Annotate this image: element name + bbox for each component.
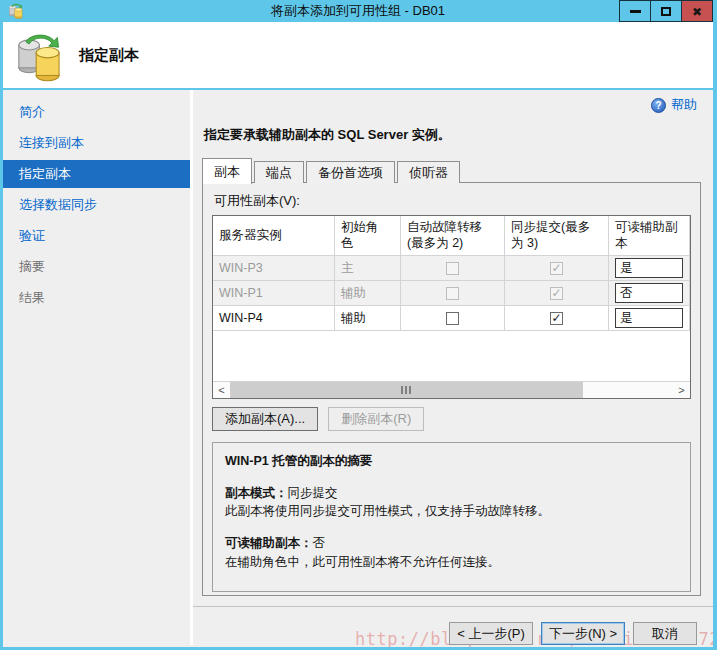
- tab-backup-preferences[interactable]: 备份首选项: [306, 161, 395, 183]
- auto-failover-checkbox[interactable]: [446, 312, 459, 325]
- table-row[interactable]: WIN-P3 主 是: [213, 256, 690, 281]
- minimize-icon: [630, 10, 641, 13]
- cell-initial-role: 辅助: [335, 281, 401, 306]
- readable-secondary-dropdown[interactable]: 是: [615, 258, 683, 278]
- grid-action-buttons: 添加副本(A)... 删除副本(R): [212, 407, 691, 431]
- sidebar-item-data-sync[interactable]: 选择数据同步: [3, 191, 190, 219]
- sidebar-item-summary: 摘要: [3, 253, 190, 281]
- footer-buttons: < 上一步(P) 下一步(N) > 取消: [202, 607, 701, 645]
- help-row: 帮助: [202, 96, 697, 114]
- column-header-auto-failover: 自动故障转移(最多为 2): [401, 216, 505, 256]
- add-replica-button[interactable]: 添加副本(A)...: [212, 407, 318, 431]
- wizard-header: 指定副本: [3, 22, 713, 90]
- sync-commit-checkbox: [550, 287, 563, 300]
- remove-replica-button: 删除副本(R): [328, 407, 424, 431]
- maximize-button[interactable]: [650, 0, 682, 22]
- cell-initial-role: 主: [335, 256, 401, 281]
- sidebar-item-specify-replicas[interactable]: 指定副本: [3, 160, 190, 188]
- scroll-left-icon[interactable]: <: [213, 382, 230, 398]
- tab-listener[interactable]: 侦听器: [397, 161, 460, 183]
- auto-failover-checkbox: [446, 287, 459, 300]
- sidebar-item-introduction[interactable]: 简介: [3, 98, 190, 126]
- wizard-footer: < 上一步(P) 下一步(N) > 取消: [202, 596, 701, 645]
- previous-button[interactable]: < 上一步(P): [449, 622, 533, 645]
- tab-bar: 副本 端点 备份首选项 侦听器: [202, 158, 701, 183]
- wizard-steps-sidebar: 简介 连接到副本 指定副本 选择数据同步 验证 摘要 结果: [3, 90, 193, 645]
- next-button[interactable]: 下一步(N) >: [541, 622, 625, 645]
- cell-server-instance: WIN-P3: [213, 256, 335, 281]
- content-area: 简介 连接到副本 指定副本 选择数据同步 验证 摘要 结果 帮助 指定要承载辅助…: [3, 90, 713, 645]
- window-controls: [620, 0, 713, 22]
- page-title: 指定副本: [79, 46, 139, 65]
- scrollbar-track[interactable]: [583, 382, 673, 398]
- wizard-window: 将副本添加到可用性组 - DB01 指定副本 简介 连接到副本 指定副本 选择数…: [0, 0, 717, 650]
- readable-secondary-value: 否: [313, 536, 326, 550]
- column-header-readable-secondary: 可读辅助副本: [609, 216, 690, 256]
- availability-replicas-label: 可用性副本(V):: [214, 192, 691, 210]
- column-header-sync-commit: 同步提交(最多为 3): [505, 216, 609, 256]
- tab-replicas[interactable]: 副本: [202, 158, 252, 184]
- help-link[interactable]: 帮助: [671, 96, 697, 114]
- window-title: 将副本添加到可用性组 - DB01: [3, 2, 713, 20]
- table-row[interactable]: WIN-P1 辅助 否: [213, 281, 690, 306]
- auto-failover-checkbox: [446, 262, 459, 275]
- cell-server-instance: WIN-P4: [213, 306, 335, 331]
- cell-sync-commit: [505, 256, 609, 281]
- scroll-right-icon[interactable]: >: [673, 382, 690, 398]
- replicas-grid: 服务器实例 初始角色 自动故障转移(最多为 2) 同步提交(最多为 3) 可读辅…: [212, 215, 691, 399]
- sync-commit-checkbox[interactable]: [550, 312, 563, 325]
- readable-secondary-label: 可读辅助副本：: [225, 536, 313, 550]
- grid-empty-area: [213, 331, 690, 381]
- maximize-icon: [661, 7, 671, 16]
- scrollbar-thumb[interactable]: [230, 382, 583, 398]
- minimize-button[interactable]: [619, 0, 651, 22]
- cell-auto-failover: [401, 306, 505, 331]
- cell-sync-commit: [505, 281, 609, 306]
- column-header-initial-role-text: 初始角色: [341, 220, 383, 251]
- cell-sync-commit: [505, 306, 609, 331]
- instruction-text: 指定要承载辅助副本的 SQL Server 实例。: [204, 126, 701, 144]
- readable-secondary-description: 在辅助角色中，此可用性副本将不允许任何连接。: [225, 553, 678, 571]
- readable-secondary-line: 可读辅助副本：否: [225, 534, 678, 552]
- sidebar-item-connect[interactable]: 连接到副本: [3, 129, 190, 157]
- replica-summary-box: WIN-P1 托管的副本的摘要 副本模式：同步提交 此副本将使用同步提交可用性模…: [212, 442, 691, 592]
- replica-mode-description: 此副本将使用同步提交可用性模式，仅支持手动故障转移。: [225, 502, 678, 520]
- column-header-initial-role: 初始角色: [335, 216, 401, 256]
- cell-readable-secondary: 否: [609, 281, 690, 306]
- cell-readable-secondary: 是: [609, 256, 690, 281]
- cell-initial-role: 辅助: [335, 306, 401, 331]
- summary-title: WIN-P1 托管的副本的摘要: [225, 452, 678, 470]
- help-icon: [651, 98, 666, 113]
- grid-header-row: 服务器实例 初始角色 自动故障转移(最多为 2) 同步提交(最多为 3) 可读辅…: [213, 216, 690, 256]
- readable-secondary-dropdown[interactable]: 是: [615, 308, 683, 328]
- cell-auto-failover: [401, 256, 505, 281]
- titlebar: 将副本添加到可用性组 - DB01: [3, 0, 713, 22]
- readable-secondary-dropdown[interactable]: 否: [615, 283, 683, 303]
- column-header-server-instance: 服务器实例: [213, 216, 335, 256]
- database-replica-icon: [15, 32, 65, 82]
- cell-auto-failover: [401, 281, 505, 306]
- table-row[interactable]: WIN-P4 辅助 是: [213, 306, 690, 331]
- replica-mode-label: 副本模式：: [225, 486, 288, 500]
- cell-readable-secondary: 是: [609, 306, 690, 331]
- cell-server-instance: WIN-P1: [213, 281, 335, 306]
- replicas-tab-panel: 可用性副本(V): 服务器实例 初始角色 自动故障转移(最多为 2) 同步提交(…: [202, 182, 701, 596]
- replica-mode-line: 副本模式：同步提交: [225, 484, 678, 502]
- cancel-button[interactable]: 取消: [633, 622, 697, 645]
- sync-commit-checkbox: [550, 262, 563, 275]
- sidebar-item-validation[interactable]: 验证: [3, 222, 190, 250]
- sidebar-item-results: 结果: [3, 284, 190, 312]
- close-icon: [692, 4, 702, 19]
- tab-endpoints[interactable]: 端点: [254, 161, 304, 183]
- close-button[interactable]: [681, 0, 713, 22]
- replica-mode-value: 同步提交: [288, 486, 338, 500]
- horizontal-scrollbar[interactable]: < >: [213, 381, 690, 398]
- main-pane: 帮助 指定要承载辅助副本的 SQL Server 实例。 副本 端点 备份首选项…: [193, 90, 713, 645]
